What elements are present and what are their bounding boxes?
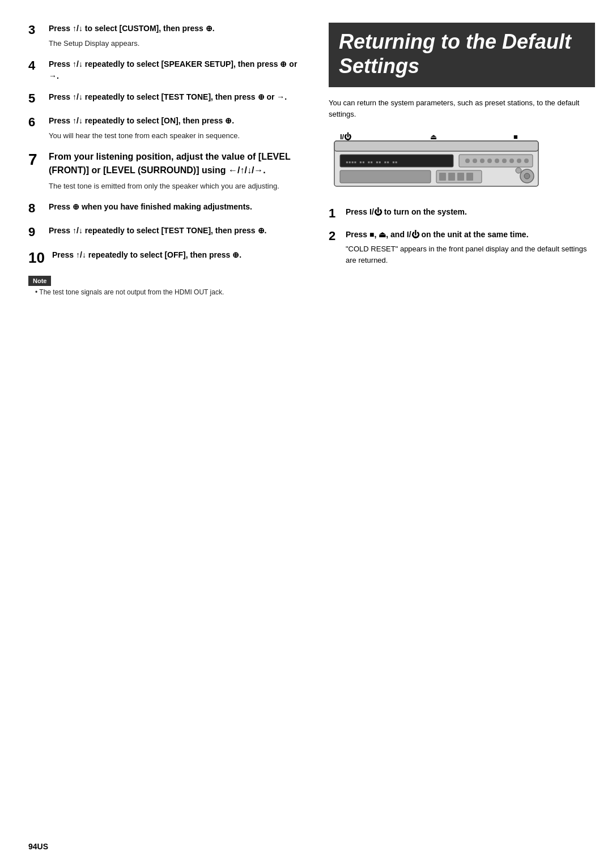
step-number-4: 4 (28, 58, 49, 73)
svg-text:▪▪▪▪ ▪▪ ▪▪ ▪▪ ▪▪ ▪▪: ▪▪▪▪ ▪▪ ▪▪ ▪▪ ▪▪ ▪▪ (346, 160, 398, 165)
step-5: 5 Press ↑/↓ repeatedly to select [TEST T… (28, 91, 300, 106)
note-text: • The test tone signals are not output f… (35, 288, 300, 296)
device-illustration: I/⏻ ⏏ ■ ▪▪▪▪ ▪▪ ▪▪ ▪▪ ▪▪ ▪▪ (329, 130, 595, 194)
step-content-8: Press ⊕ when you have finished making ad… (49, 201, 300, 213)
right-step-content-1: Press I/⏻ to turn on the system. (346, 206, 595, 218)
step-number-8: 8 (28, 201, 49, 216)
device-svg: I/⏻ ⏏ ■ ▪▪▪▪ ▪▪ ▪▪ ▪▪ ▪▪ ▪▪ (329, 130, 544, 192)
step-title-4: Press ↑/↓ repeatedly to select [SPEAKER … (49, 59, 297, 80)
step-number-7: 7 (28, 150, 49, 169)
note-label: Note (28, 276, 51, 286)
svg-text:■: ■ (513, 132, 518, 141)
svg-rect-17 (340, 170, 431, 183)
step-number-6: 6 (28, 115, 49, 130)
step-8: 8 Press ⊕ when you have finished making … (28, 201, 300, 216)
right-step-note-2: "COLD RESET" appears in the front panel … (346, 243, 595, 266)
svg-text:I/⏻: I/⏻ (340, 132, 351, 141)
step-4: 4 Press ↑/↓ repeatedly to select [SPEAKE… (28, 58, 300, 82)
step-title-10: Press ↑/↓ repeatedly to select [OFF], th… (52, 250, 241, 259)
svg-point-8 (465, 159, 470, 163)
svg-rect-20 (448, 173, 455, 181)
left-column: 3 Press ↑/↓ to select [CUSTOM], then pre… (28, 23, 317, 845)
step-number-5: 5 (28, 91, 49, 106)
right-column: Returning to the Default Settings You ca… (317, 23, 595, 845)
step-content-9: Press ↑/↓ repeatedly to select [TEST TON… (49, 225, 300, 237)
svg-point-14 (509, 159, 514, 163)
step-content-3: Press ↑/↓ to select [CUSTOM], then press… (49, 23, 300, 49)
section-description: You can return the system parameters, su… (329, 97, 595, 119)
step-number-9: 9 (28, 225, 49, 240)
step-content-5: Press ↑/↓ repeatedly to select [TEST TON… (49, 91, 300, 103)
note-section: Note • The test tone signals are not out… (28, 276, 300, 296)
svg-point-24 (524, 173, 530, 179)
svg-rect-22 (466, 173, 473, 181)
section-title-box: Returning to the Default Settings (329, 23, 595, 87)
svg-point-11 (487, 159, 492, 163)
svg-point-15 (517, 159, 521, 163)
step-content-6: Press ↑/↓ repeatedly to select [ON], the… (49, 115, 300, 142)
step-6: 6 Press ↑/↓ repeatedly to select [ON], t… (28, 115, 300, 142)
step-content-10: Press ↑/↓ repeatedly to select [OFF], th… (52, 249, 300, 261)
svg-text:⏏: ⏏ (430, 132, 437, 141)
right-step-title-2: Press ■, ⏏, and I/⏻ on the unit at the s… (346, 230, 529, 239)
page-number: 94US (28, 842, 48, 851)
step-3: 3 Press ↑/↓ to select [CUSTOM], then pre… (28, 23, 300, 49)
step-number-3: 3 (28, 23, 49, 37)
step-title-3: Press ↑/↓ to select [CUSTOM], then press… (49, 24, 215, 33)
step-title-5: Press ↑/↓ repeatedly to select [TEST TON… (49, 92, 287, 101)
right-steps: 1 Press I/⏻ to turn on the system. 2 Pre… (329, 206, 595, 266)
svg-point-12 (495, 159, 499, 163)
svg-point-16 (524, 159, 529, 163)
right-step-number-2: 2 (329, 229, 346, 243)
svg-point-13 (502, 159, 507, 163)
svg-point-25 (516, 168, 521, 173)
right-step-2: 2 Press ■, ⏏, and I/⏻ on the unit at the… (329, 229, 595, 266)
step-7: 7 From your listening position, adjust t… (28, 150, 300, 192)
svg-point-10 (480, 159, 484, 163)
right-step-title-1: Press I/⏻ to turn on the system. (346, 207, 467, 216)
right-step-number-1: 1 (329, 206, 346, 221)
step-10: 10 Press ↑/↓ repeatedly to select [OFF],… (28, 249, 300, 267)
svg-rect-21 (457, 173, 464, 181)
svg-rect-1 (334, 141, 538, 151)
right-step-content-2: Press ■, ⏏, and I/⏻ on the unit at the s… (346, 229, 595, 266)
svg-point-9 (473, 159, 477, 163)
step-9: 9 Press ↑/↓ repeatedly to select [TEST T… (28, 225, 300, 240)
step-title-6: Press ↑/↓ repeatedly to select [ON], the… (49, 116, 234, 125)
svg-rect-19 (439, 173, 446, 181)
step-content-7: From your listening position, adjust the… (49, 150, 300, 192)
step-title-7: From your listening position, adjust the… (49, 152, 290, 175)
section-title: Returning to the Default Settings (339, 29, 585, 78)
right-step-1: 1 Press I/⏻ to turn on the system. (329, 206, 595, 221)
step-note-6: You will hear the test tone from each sp… (49, 130, 300, 142)
step-number-10: 10 (28, 249, 52, 267)
step-title-8: Press ⊕ when you have finished making ad… (49, 202, 252, 211)
step-note-3: The Setup Display appears. (49, 38, 300, 49)
step-note-7: The test tone is emitted from only the s… (49, 181, 300, 192)
step-title-9: Press ↑/↓ repeatedly to select [TEST TON… (49, 226, 266, 235)
step-content-4: Press ↑/↓ repeatedly to select [SPEAKER … (49, 58, 300, 82)
